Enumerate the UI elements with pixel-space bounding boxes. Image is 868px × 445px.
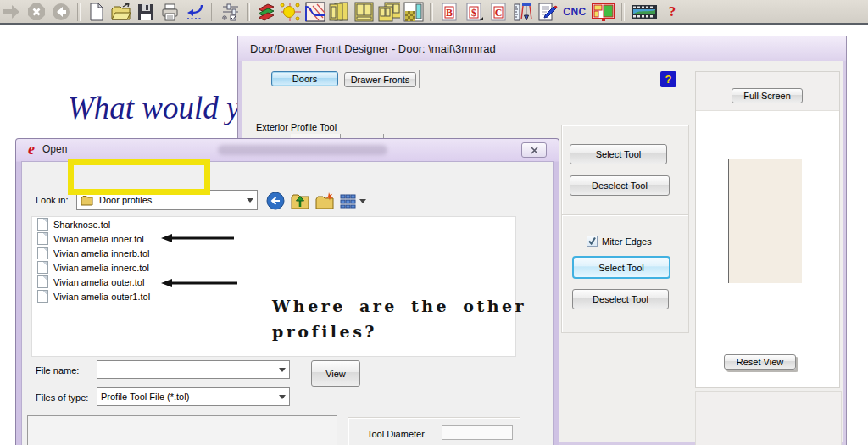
button-divider <box>419 70 420 88</box>
exterior-select-tool-button[interactable]: Select Tool <box>570 144 667 164</box>
up-folder-icon[interactable] <box>291 192 309 210</box>
screen: B $ C CNC ? What would y Door/Drawer Fro… <box>0 0 868 445</box>
annotation-arrow-outer <box>161 278 237 288</box>
open-dialog-title: Open <box>42 143 67 155</box>
toolbar-separator <box>430 3 433 21</box>
file-icon <box>37 218 48 231</box>
toolbar-separator <box>211 3 214 21</box>
section-label: Exterior Profile Tool <box>256 122 337 132</box>
back-icon[interactable] <box>266 192 285 210</box>
annotation-question-line1: Where are the other <box>272 293 526 319</box>
board-3d-icon[interactable] <box>255 2 277 22</box>
toolbar-separator <box>77 3 81 21</box>
file-name: Vivian amelia innerb.tol <box>53 248 150 259</box>
drawer-fronts-button[interactable]: Drawer Fronts <box>344 72 416 87</box>
chevron-down-icon <box>279 368 286 375</box>
file-name-combobox[interactable] <box>97 360 290 379</box>
print-icon[interactable] <box>159 2 181 22</box>
new-folder-icon[interactable] <box>315 192 334 210</box>
dialog-nav-icons <box>266 192 366 210</box>
close-button[interactable] <box>521 142 547 158</box>
toolbar-separator <box>621 3 625 21</box>
designer-help-icon[interactable]: ? <box>660 71 676 87</box>
chevron-down-icon <box>247 198 253 206</box>
open-dialog-body: Look in: Door profiles Sharknose.tol Viv… <box>21 161 554 445</box>
chevron-down-icon <box>279 395 286 403</box>
miter-edges-checkbox[interactable] <box>587 236 598 247</box>
file-icon <box>37 275 48 288</box>
file-name: Vivian amelia innerc.tol <box>53 263 149 273</box>
annotation-question-line2: profiles? <box>272 319 526 344</box>
tool-diameter-label: Tool Diameter <box>367 429 425 439</box>
help-icon[interactable]: ? <box>661 2 683 22</box>
annotation-highlight-box <box>68 159 210 195</box>
toolbar-separator <box>247 3 250 21</box>
nav-stop-icon[interactable] <box>25 2 47 22</box>
open-dialog-titlebar[interactable]: e Open <box>28 143 67 155</box>
options-icon[interactable] <box>220 2 242 22</box>
files-of-type-combobox[interactable]: Profile Tool File (*.tol) <box>97 387 290 406</box>
app-logo-icon: e <box>28 143 35 155</box>
main-toolbar: B $ C CNC ? <box>0 0 868 25</box>
interior-deselect-tool-button[interactable]: Deselect Tool <box>572 289 669 309</box>
door-preview-image[interactable] <box>728 159 802 283</box>
file-row[interactable]: Vivian amelia innerb.tol <box>32 246 515 260</box>
doc-c-icon[interactable]: C <box>487 2 509 22</box>
floor-layout-icon[interactable] <box>591 2 616 22</box>
file-row[interactable]: Vivian amelia outer.tol <box>32 275 515 289</box>
files-of-type-label: Files of type: <box>36 392 88 403</box>
open-folder-icon[interactable] <box>110 2 132 22</box>
interior-select-tool-button[interactable]: Select Tool <box>572 256 670 279</box>
file-name: Vivian amelia outer1.tol <box>53 292 150 302</box>
svg-text:$: $ <box>471 6 476 18</box>
file-icon <box>37 247 48 259</box>
doc-b-icon[interactable]: B <box>438 2 460 22</box>
nav-back-icon[interactable] <box>50 2 72 22</box>
tool-diameter-input[interactable] <box>442 425 513 440</box>
molding-profile-icon[interactable] <box>304 2 326 22</box>
video-icon[interactable] <box>630 2 659 22</box>
file-icon <box>37 290 48 303</box>
new-document-icon[interactable] <box>86 2 108 22</box>
doors-button[interactable]: Doors <box>271 71 338 86</box>
cnc-button[interactable]: CNC <box>561 2 588 22</box>
undo-icon[interactable] <box>184 2 206 22</box>
door-preview-panel: Full Screen Reset View <box>695 71 840 388</box>
file-name: Vivian amelia outer.tol <box>53 277 144 287</box>
full-screen-button[interactable]: Full Screen <box>732 88 803 103</box>
cabinet-icon[interactable] <box>353 2 376 22</box>
button-divider <box>342 70 342 88</box>
view-button[interactable]: View <box>311 360 360 387</box>
check-icon <box>587 236 597 246</box>
measure-tools-icon[interactable] <box>512 2 534 22</box>
reset-view-button[interactable]: Reset View <box>724 354 796 370</box>
file-icon <box>37 261 48 274</box>
ghost-window-text <box>218 145 387 155</box>
preview-lower-panel <box>695 391 842 445</box>
doc-dollar-icon[interactable]: $ <box>463 2 485 22</box>
designer-title: Door/Drawer Front Designer - Door: \maif… <box>250 42 496 55</box>
report-editor-icon[interactable] <box>537 2 559 22</box>
door-panels-icon[interactable] <box>329 2 351 22</box>
annotation-arrow-inner <box>161 233 234 243</box>
designer-titlebar[interactable]: Door/Drawer Front Designer - Door: \maif… <box>238 36 846 61</box>
save-icon[interactable] <box>135 2 157 22</box>
assembly-node-icon[interactable] <box>280 2 302 22</box>
room-layout-icon[interactable] <box>403 2 425 22</box>
cnc-label: CNC <box>563 6 587 18</box>
cabinet-group-icon[interactable] <box>378 2 400 22</box>
views-icon[interactable] <box>340 193 366 209</box>
file-row[interactable]: Sharknose.tol <box>32 217 515 231</box>
file-row[interactable]: Vivian amelia inner.tol <box>32 231 515 246</box>
exterior-deselect-tool-button[interactable]: Deselect Tool <box>570 175 670 196</box>
miter-edges-label: Miter Edges <box>602 236 652 247</box>
svg-text:B: B <box>446 6 453 18</box>
exterior-tool-group <box>561 125 689 214</box>
file-icon <box>37 232 48 245</box>
look-in-label: Look in: <box>36 195 69 205</box>
file-name: Vivian amelia inner.tol <box>53 234 144 244</box>
annotation-question: Where are the other profiles? <box>272 293 526 344</box>
help-label: ? <box>669 3 676 20</box>
file-row[interactable]: Vivian amelia innerc.tol <box>32 260 515 275</box>
nav-forward-icon[interactable] <box>1 2 23 22</box>
